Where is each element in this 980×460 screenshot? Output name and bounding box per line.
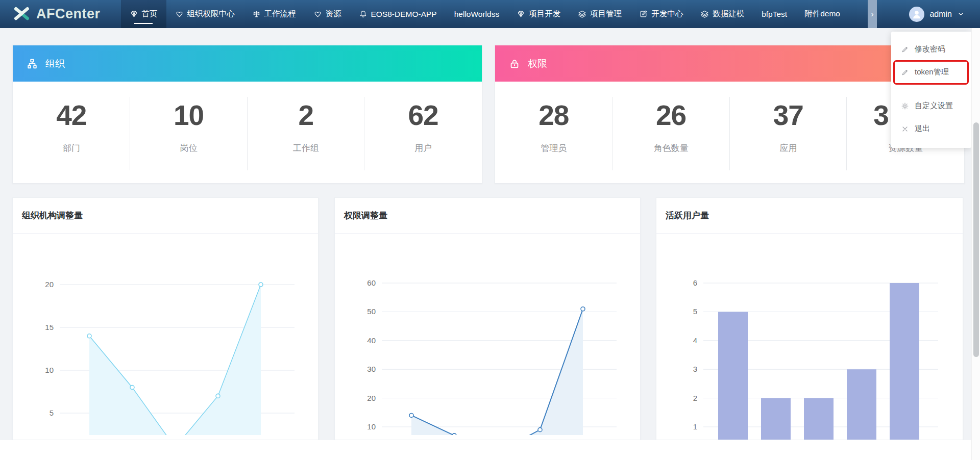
user-dropdown-menu: 修改密码token管理自定义设置退出 bbox=[891, 32, 971, 148]
line-chart: 5101520 bbox=[13, 234, 318, 435]
svg-text:10: 10 bbox=[45, 366, 54, 374]
top-navbar: AFCenter 首页组织权限中心工作流程资源EOS8-DEMO-APPhell… bbox=[0, 0, 980, 28]
stat-value: 28 bbox=[538, 100, 569, 131]
gear-icon bbox=[901, 102, 909, 110]
svg-text:3: 3 bbox=[693, 365, 697, 373]
gem-icon bbox=[130, 10, 138, 18]
nav-item-7[interactable]: 项目开发 bbox=[508, 0, 569, 28]
stat-value: 42 bbox=[56, 100, 86, 131]
svg-text:20: 20 bbox=[45, 280, 54, 289]
nav-item-6[interactable]: helloWorldss bbox=[446, 0, 508, 28]
pencil-icon bbox=[901, 45, 909, 54]
brand[interactable]: AFCenter bbox=[0, 0, 101, 28]
nav-item-5[interactable]: EOS8-DEMO-APP bbox=[350, 0, 446, 28]
stat-label: 部门 bbox=[63, 142, 80, 154]
layers-icon bbox=[700, 10, 709, 18]
stat-工作组: 2工作组 bbox=[248, 82, 365, 184]
heart-icon bbox=[175, 10, 184, 18]
user-menu-item-label: 退出 bbox=[915, 124, 930, 134]
svg-text:15: 15 bbox=[45, 323, 54, 331]
stat-value: 3 bbox=[873, 100, 889, 131]
nav-item-label: 项目管理 bbox=[590, 9, 622, 19]
svg-text:10: 10 bbox=[367, 422, 376, 431]
nav-item-10[interactable]: 数据建模 bbox=[692, 0, 753, 28]
stat-value: 26 bbox=[656, 100, 686, 131]
chevron-down-icon bbox=[957, 10, 965, 18]
user-menu-item-label: token管理 bbox=[915, 67, 949, 77]
chart-card-2: 权限调整量102030405060 bbox=[334, 197, 641, 440]
menu-divider bbox=[891, 89, 971, 89]
stat-应用: 37应用 bbox=[730, 82, 847, 184]
scale-icon bbox=[252, 10, 261, 18]
edit-square-icon bbox=[639, 10, 648, 18]
pencil-icon bbox=[901, 68, 909, 76]
close-icon bbox=[901, 125, 909, 133]
nav-item-11[interactable]: bfpTest bbox=[753, 0, 796, 28]
chart-title: 权限调整量 bbox=[335, 198, 640, 234]
nav-item-3[interactable]: 工作流程 bbox=[243, 0, 305, 28]
user-box[interactable]: admin bbox=[909, 0, 965, 28]
stat-管理员: 28管理员 bbox=[495, 82, 612, 184]
afcenter-dashboard: AFCenter 首页组织权限中心工作流程资源EOS8-DEMO-APPhell… bbox=[0, 0, 980, 460]
user-menu-item-2[interactable]: token管理 bbox=[891, 61, 971, 84]
layers-icon bbox=[578, 10, 586, 18]
nav-item-2[interactable]: 组织权限中心 bbox=[166, 0, 243, 28]
stat-label: 岗位 bbox=[180, 142, 198, 154]
nav-item-label: 附件demo bbox=[804, 9, 840, 19]
stat-label: 用户 bbox=[414, 142, 432, 154]
vertical-scrollbar-thumb[interactable] bbox=[973, 122, 979, 357]
line-chart: 102030405060 bbox=[335, 234, 641, 435]
svg-text:5: 5 bbox=[693, 307, 697, 316]
chart-card-3: 活跃用户量123456 bbox=[656, 197, 963, 440]
stat-value: 2 bbox=[299, 100, 314, 131]
svg-text:30: 30 bbox=[367, 365, 376, 373]
nav-item-8[interactable]: 项目管理 bbox=[569, 0, 630, 28]
nav-item-12[interactable]: 附件demo bbox=[796, 0, 849, 28]
user-menu-item-4[interactable]: 退出 bbox=[891, 117, 971, 140]
svg-text:2: 2 bbox=[693, 394, 697, 402]
heart-icon bbox=[313, 10, 322, 18]
user-menu-item-label: 自定义设置 bbox=[915, 101, 953, 111]
gem-icon bbox=[517, 10, 525, 18]
nav-overflow-chevron-right-icon[interactable]: › bbox=[868, 0, 877, 28]
svg-text:6: 6 bbox=[693, 278, 697, 287]
stat-card-1: 组织42部门10岗位2工作组62用户 bbox=[12, 45, 482, 184]
nav-item-label: bfpTest bbox=[762, 10, 787, 19]
user-menu-item-1[interactable]: 修改密码 bbox=[891, 38, 971, 61]
stat-部门: 42部门 bbox=[13, 82, 130, 184]
svg-text:20: 20 bbox=[367, 394, 376, 402]
stat-card-title: 组织 bbox=[45, 57, 65, 70]
chart-title: 组织机构调整量 bbox=[13, 198, 318, 234]
nav-item-label: 资源 bbox=[326, 9, 341, 19]
stat-岗位: 10岗位 bbox=[130, 82, 248, 184]
nav-item-label: 项目开发 bbox=[529, 9, 560, 19]
person-icon bbox=[911, 9, 922, 20]
stat-card-title: 权限 bbox=[528, 57, 547, 70]
bell-icon bbox=[359, 10, 368, 18]
vertical-scrollbar-track[interactable] bbox=[971, 28, 980, 460]
chart-title: 活跃用户量 bbox=[656, 198, 963, 234]
user-menu-item-3[interactable]: 自定义设置 bbox=[891, 94, 971, 117]
username: admin bbox=[929, 10, 952, 19]
nav-item-1[interactable]: 首页 bbox=[121, 0, 166, 28]
nav-item-4[interactable]: 资源 bbox=[305, 0, 350, 28]
nav-item-label: EOS8-DEMO-APP bbox=[371, 10, 437, 19]
stat-用户: 62用户 bbox=[364, 82, 482, 184]
horizontal-scrollbar-track[interactable] bbox=[0, 440, 980, 460]
nav-item-label: 开发中心 bbox=[651, 9, 683, 19]
stat-value: 62 bbox=[408, 100, 438, 131]
svg-text:1: 1 bbox=[693, 422, 697, 431]
stat-角色数量: 26角色数量 bbox=[612, 82, 730, 184]
stat-value: 10 bbox=[174, 100, 204, 131]
stat-label: 工作组 bbox=[293, 142, 319, 154]
svg-text:4: 4 bbox=[693, 336, 697, 345]
stat-label: 管理员 bbox=[541, 142, 567, 154]
navbar-menu: 首页组织权限中心工作流程资源EOS8-DEMO-APPhelloWorldss项… bbox=[121, 0, 849, 28]
afcenter-logo-icon bbox=[12, 5, 31, 23]
svg-text:40: 40 bbox=[367, 336, 376, 345]
nav-item-9[interactable]: 开发中心 bbox=[630, 0, 692, 28]
nav-item-label: 数据建模 bbox=[713, 9, 744, 19]
stat-card-body: 42部门10岗位2工作组62用户 bbox=[13, 82, 482, 184]
org-chart-icon bbox=[27, 58, 38, 69]
brand-name: AFCenter bbox=[36, 6, 101, 22]
